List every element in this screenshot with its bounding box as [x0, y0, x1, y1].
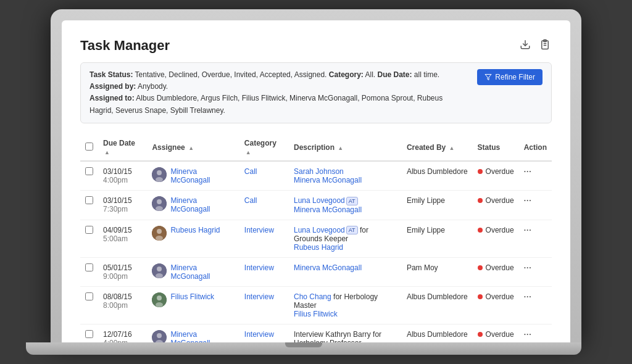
description-secondary-link[interactable]: Rubeus Hagrid	[294, 243, 343, 252]
assignee-name[interactable]: Filius Flitwick	[170, 292, 214, 301]
created-by-cell: Emily Lippe	[402, 190, 473, 220]
avatar	[152, 292, 167, 307]
assignee-name[interactable]: Rubeus Hagrid	[170, 226, 220, 234]
assigned-to-label: Assigned to:	[89, 94, 135, 102]
action-header: Action	[519, 134, 552, 161]
status-text: Overdue	[486, 226, 514, 234]
description-link[interactable]: Luna Lovegood	[294, 226, 345, 234]
select-all-checkbox[interactable]	[85, 143, 93, 151]
assigned-by-label: Assigned by:	[89, 82, 136, 91]
tag-icon: AT	[346, 226, 358, 234]
row-checkbox[interactable]	[85, 292, 93, 300]
action-cell[interactable]: ···	[519, 325, 552, 342]
created-by-header: Created By ▲	[402, 134, 473, 161]
row-checkbox[interactable]	[85, 167, 93, 175]
refine-filter-button[interactable]: Refine Filter	[477, 69, 543, 85]
description-link[interactable]: Minerva McGonagall	[294, 176, 362, 184]
due-date-label: Due Date:	[378, 70, 412, 79]
svg-point-7	[157, 170, 162, 175]
description-link[interactable]: Minerva McGonagall	[294, 263, 362, 272]
status-text: Overdue	[486, 292, 514, 301]
action-cell[interactable]: ···	[519, 220, 552, 258]
description-cell: Minerva McGonagall	[289, 258, 402, 287]
svg-point-8	[156, 177, 163, 182]
table-row: 04/09/155:00am Rubeus HagridInterviewLun…	[80, 220, 552, 258]
created-by-cell: Emily Lippe	[402, 220, 473, 258]
status-cell: Overdue	[473, 325, 519, 342]
due-date-cell: 08/08/158:00pm	[98, 287, 147, 325]
svg-point-20	[156, 302, 163, 307]
filter-bar: Task Status: Tentative, Declined, Overdu…	[80, 62, 552, 123]
action-cell[interactable]: ···	[519, 190, 552, 220]
description-link[interactable]: Minerva McGonagall	[294, 205, 362, 214]
description-cell: Luna LovegoodATMinerva McGonagall	[289, 190, 402, 220]
description-secondary-link[interactable]: Filius Flitwick	[294, 310, 338, 318]
category-link[interactable]: Interview	[244, 263, 274, 272]
description-cell: Sarah JohnsonMinerva McGonagall	[289, 161, 402, 191]
created-by-cell: Pam Moy	[402, 258, 473, 287]
assignee-cell: Minerva McGonagall	[147, 161, 239, 191]
svg-point-16	[157, 267, 162, 271]
svg-point-14	[156, 236, 163, 241]
clipboard-icon[interactable]	[538, 38, 552, 51]
svg-point-19	[157, 296, 162, 300]
assignee-cell: Rubeus Hagrid	[147, 220, 239, 258]
status-cell: Overdue	[473, 287, 519, 325]
created-by-cell: Albus Dumbledore	[402, 325, 473, 342]
row-checkbox[interactable]	[85, 263, 93, 271]
avatar	[152, 263, 167, 278]
assignee-header: Assignee ▲	[147, 134, 239, 161]
assignee-cell: Minerva McGonagall	[147, 258, 239, 287]
description-cell: Cho Chang for Herbology MasterFilius Fli…	[289, 287, 402, 325]
svg-point-13	[157, 229, 162, 234]
description-cell: Interview Kathryn Barry for Herbology Pr…	[289, 325, 402, 342]
row-checkbox[interactable]	[85, 330, 93, 338]
table-row: 12/07/164:00pm Minerva McGonagallIntervi…	[80, 325, 552, 342]
status-header: Status	[473, 134, 519, 161]
description-cell: Luna LovegoodAT for Grounds KeeperRubeus…	[289, 220, 402, 258]
description-link[interactable]: Sarah Johnson	[294, 167, 344, 176]
task-table: Due Date ▲ Assignee ▲ Category ▲ Descrip…	[80, 134, 552, 342]
due-date-cell: 03/10/157:30pm	[98, 190, 147, 220]
category-label: Category:	[329, 70, 364, 79]
category-header: Category ▲	[239, 134, 289, 161]
description-link[interactable]: Cho Chang	[294, 292, 331, 301]
task-status-value: Tentative, Declined, Overdue, Invited, A…	[135, 70, 327, 79]
description-text: Interview Kathryn Barry for Herbology Pr…	[294, 330, 397, 342]
status-dot	[478, 294, 483, 299]
assigned-to-value: Albus Dumbledore, Argus Filch, Filius Fl…	[89, 94, 443, 114]
assignee-cell: Minerva McGonagall	[147, 190, 239, 220]
category-link[interactable]: Interview	[244, 292, 274, 301]
svg-point-17	[156, 273, 163, 278]
row-checkbox[interactable]	[85, 196, 93, 204]
assignee-name[interactable]: Minerva McGonagall	[170, 196, 234, 213]
action-cell[interactable]: ···	[519, 258, 552, 287]
select-all-header	[80, 134, 98, 161]
assignee-name[interactable]: Minerva McGonagall	[170, 330, 234, 342]
category-link[interactable]: Call	[244, 196, 257, 205]
category-link[interactable]: Call	[244, 167, 257, 176]
assignee-cell: Minerva McGonagall	[147, 325, 239, 342]
status-cell: Overdue	[473, 190, 519, 220]
page-title: Task Manager	[80, 38, 170, 54]
svg-marker-5	[485, 75, 491, 80]
action-cell[interactable]: ···	[519, 161, 552, 191]
download-icon[interactable]	[518, 38, 532, 51]
table-row: 03/10/154:00pm Minerva McGonagallCallSar…	[80, 161, 552, 191]
category-link[interactable]: Interview	[244, 226, 274, 234]
due-date-value: all time.	[414, 70, 439, 79]
description-header: Description ▲	[289, 134, 402, 161]
created-by-cell: Albus Dumbledore	[402, 161, 473, 191]
assignee-name[interactable]: Minerva McGonagall	[170, 167, 234, 184]
due-date-cell: 05/01/159:00pm	[98, 258, 147, 287]
description-link[interactable]: Luna Lovegood	[294, 196, 345, 205]
category-link[interactable]: Interview	[244, 330, 274, 339]
status-text: Overdue	[486, 330, 514, 339]
status-dot	[478, 198, 483, 203]
status-text: Overdue	[486, 263, 514, 272]
row-checkbox[interactable]	[85, 226, 93, 234]
avatar	[152, 196, 167, 211]
assignee-name[interactable]: Minerva McGonagall	[170, 263, 234, 281]
action-cell[interactable]: ···	[519, 287, 552, 325]
svg-point-11	[156, 206, 163, 211]
